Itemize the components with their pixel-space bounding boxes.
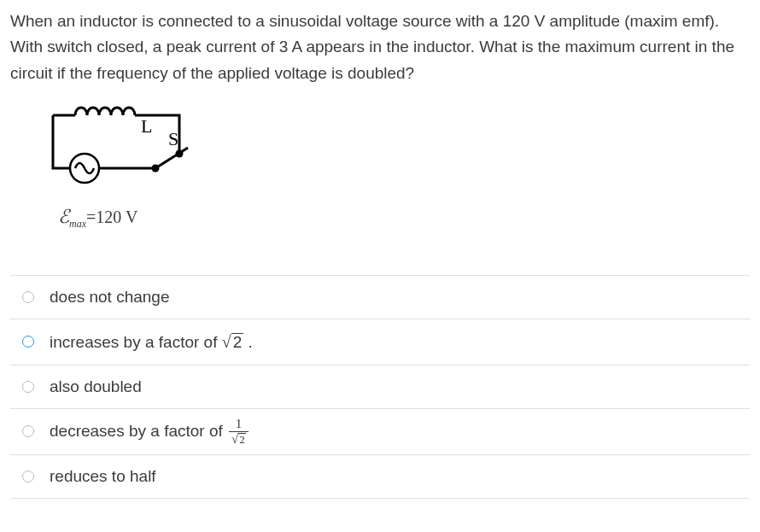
options-list: does not change increases by a factor of… [10,275,750,500]
emf-symbol: ℰ [58,206,69,227]
option-text: decreases by a factor of 1 √2 [50,418,250,446]
option-prefix: decreases by a factor of [50,421,227,439]
sqrt-expression: √2 [222,328,244,355]
circuit-diagram: L S ℰmax=120 V [36,100,750,232]
option-text: does not change [50,284,170,310]
option-3[interactable]: also doubled [10,365,750,408]
sqrt-arg: 2 [231,333,244,350]
radio-icon[interactable] [22,291,34,303]
sqrt-arg: 2 [238,433,246,445]
fraction-numerator: 1 [229,418,248,431]
circuit-svg: L S [36,100,207,190]
option-suffix: . [243,333,253,351]
radio-icon[interactable] [22,471,34,482]
emf-value: =120 V [86,208,137,226]
option-text: increases by a factor of √2 . [50,328,253,355]
option-1[interactable]: does not change [10,275,750,319]
option-2[interactable]: increases by a factor of √2 . [10,319,750,364]
option-text: also doubled [50,374,142,400]
option-4[interactable]: decreases by a factor of 1 √2 [10,408,750,454]
radio-icon[interactable] [22,336,34,348]
switch-label: S [168,128,178,149]
option-text: reduces to half [50,464,156,489]
option-prefix: increases by a factor of [50,333,222,351]
emf-label: ℰmax=120 V [58,202,750,232]
inductor-label: L [141,115,152,137]
radio-icon[interactable] [22,425,34,437]
emf-subscript: max [69,218,86,230]
radical-icon: √ [222,328,231,355]
question-text: When an inductor is connected to a sinus… [10,9,750,86]
fraction: 1 √2 [229,418,248,446]
fraction-denominator: √2 [229,431,248,446]
radical-icon: √ [231,433,238,446]
option-5[interactable]: reduces to half [10,454,750,499]
radio-icon[interactable] [22,381,34,393]
